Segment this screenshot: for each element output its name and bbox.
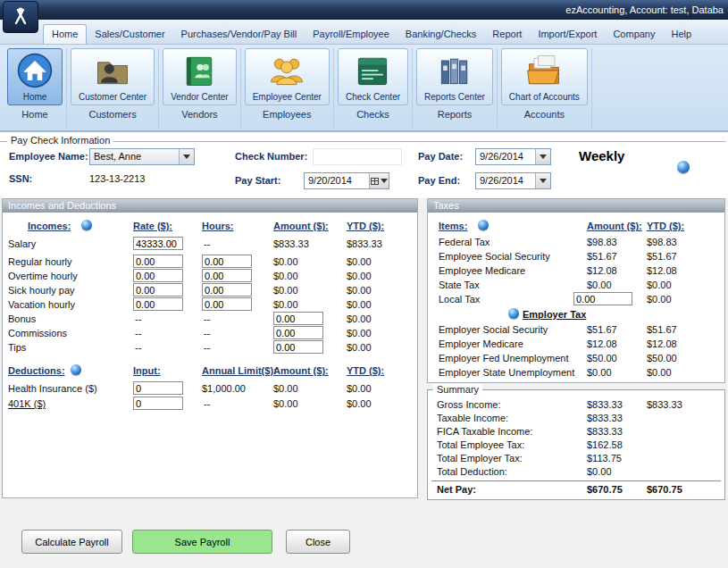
sick-hours-input[interactable]	[202, 283, 252, 297]
net-pay-amount: $670.75	[587, 484, 623, 495]
vendor-center-button-label: Vendor Center	[171, 92, 229, 102]
deduction-amount: $0.00	[273, 398, 298, 409]
employee-name-dropdown-button[interactable]	[179, 149, 194, 164]
vacation-hours-input[interactable]	[202, 297, 252, 311]
toolbar-caption-accounts: Accounts	[524, 109, 565, 120]
income-hours: --	[204, 238, 210, 249]
employee-name-select[interactable]: Best, Anne	[89, 148, 195, 165]
tax-ytd: $0.00	[647, 294, 672, 305]
income-amount: $833.33	[273, 238, 309, 249]
app-logo-button[interactable]	[3, 1, 38, 33]
toolbar-caption-employees: Employees	[263, 109, 311, 120]
income-ytd: $0.00	[347, 328, 372, 338]
401k-input[interactable]	[133, 397, 183, 410]
save-payroll-button[interactable]: Save Payroll	[132, 530, 272, 554]
summary-label: Total Employee Tax:	[437, 439, 524, 450]
sick-rate-input[interactable]	[133, 283, 183, 297]
vacation-rate-input[interactable]	[133, 297, 183, 311]
employee-name-label: Employee Name:	[9, 151, 88, 162]
menu-item-report[interactable]: Report	[484, 25, 530, 44]
commissions-amount-input[interactable]	[273, 326, 323, 339]
income-hours: --	[204, 328, 210, 338]
chart-of-accounts-button[interactable]: Chart of Accounts	[501, 48, 588, 105]
salary-rate-input[interactable]	[133, 237, 183, 250]
tax-ytd-header: YTD ($):	[647, 221, 684, 231]
pay-end-value: 9/26/2014	[476, 173, 535, 188]
tax-ytd: $0.00	[647, 367, 672, 378]
taxes-help-globe-icon[interactable]	[478, 220, 489, 230]
menu-item-payroll-employee[interactable]: Payroll/Employee	[305, 25, 397, 44]
incomes-deductions-panel: Incomes and Deductions Incomes: Rate ($)…	[2, 198, 418, 498]
net-pay-label: Net Pay:	[437, 484, 476, 495]
tips-amount-input[interactable]	[273, 340, 323, 354]
income-ytd: $0.00	[347, 256, 372, 267]
local-tax-input[interactable]	[573, 292, 632, 305]
check-number-input[interactable]	[313, 148, 402, 165]
employer-tax-help-globe-icon[interactable]	[508, 308, 519, 319]
menu-item-sales-customer[interactable]: Sales/Customer	[87, 25, 172, 44]
title-bar: ezAccounting, Account: test, Databa	[0, 0, 728, 20]
tax-ytd: $51.67	[647, 251, 677, 262]
paycheck-help-globe-icon[interactable]	[677, 161, 690, 173]
menu-item-home[interactable]: Home	[43, 24, 87, 44]
menu-item-company[interactable]: Company	[605, 25, 663, 44]
reports-center-button[interactable]: Reports Center	[416, 48, 493, 105]
summary-label: Total Employer Tax:	[437, 453, 523, 464]
check-center-button[interactable]: Check Center	[338, 48, 408, 105]
check-number-label: Check Number:	[235, 151, 307, 162]
chevron-down-icon	[183, 155, 190, 159]
employee-center-button[interactable]: Employee Center	[245, 48, 330, 105]
toolbar-group-customers: Customer Center Customers	[67, 48, 159, 129]
income-hours: --	[204, 313, 210, 324]
check-center-button-label: Check Center	[346, 92, 400, 102]
calendar-icon	[371, 178, 379, 185]
deductions-help-globe-icon[interactable]	[71, 364, 81, 375]
home-button[interactable]: Home	[7, 48, 63, 105]
pay-date-label: Pay Date:	[418, 151, 463, 162]
pay-date-value: 9/26/2014	[476, 149, 535, 164]
close-button[interactable]: Close	[286, 530, 350, 554]
pay-date-dropdown-button[interactable]	[535, 149, 550, 164]
menu-item-import-export[interactable]: Import/Export	[530, 25, 605, 44]
summary-panel: Summary Gross Income: $833.33 $833.33 Ta…	[427, 389, 725, 500]
pay-start-calendar-button[interactable]	[369, 173, 389, 188]
tax-ytd: $0.00	[647, 280, 672, 290]
toolbar-caption-customers: Customers	[88, 109, 136, 120]
overtime-hours-input[interactable]	[202, 269, 252, 282]
income-amount: $0.00	[273, 285, 298, 296]
menu-item-purchases-vendor[interactable]: Purchases/Vendor/Pay Bill	[173, 25, 305, 44]
health-insurance-input[interactable]	[133, 381, 183, 395]
annual-limit-header: Annual Limit($):	[202, 365, 277, 376]
income-label: Commissions	[8, 328, 67, 338]
overtime-rate-input[interactable]	[133, 269, 183, 282]
vendor-center-button[interactable]: Vendor Center	[163, 48, 237, 105]
hours-header: Hours:	[202, 221, 233, 231]
tax-amount: $50.00	[587, 353, 617, 363]
summary-label: FICA Taxable Income:	[437, 426, 532, 437]
app-logo-icon	[10, 5, 31, 29]
menu-item-banking-checks[interactable]: Banking/Checks	[397, 25, 485, 44]
regular-hours-input[interactable]	[202, 255, 252, 268]
toolbar-caption-checks: Checks	[356, 109, 389, 120]
summary-amount: $113.75	[587, 453, 622, 464]
incomes-help-globe-icon[interactable]	[81, 220, 92, 230]
income-rate: --	[135, 328, 141, 338]
tax-ytd: $12.08	[647, 265, 677, 276]
customer-center-button[interactable]: Customer Center	[71, 48, 155, 105]
income-label: Salary	[8, 238, 36, 249]
reports-center-icon	[435, 51, 474, 90]
pay-date-select[interactable]: 9/26/2014	[475, 148, 551, 165]
tax-ytd: $51.67	[647, 324, 677, 335]
paycheck-section-title: Pay Check Information	[7, 135, 113, 146]
income-label: Regular hourly	[8, 256, 72, 267]
pay-end-select[interactable]: 9/26/2014	[475, 172, 551, 189]
regular-rate-input[interactable]	[133, 255, 183, 268]
tax-amount: $0.00	[587, 280, 612, 290]
menu-item-help[interactable]: Help	[663, 25, 699, 44]
customer-center-icon	[93, 51, 132, 90]
income-ytd: $833.33	[347, 238, 382, 249]
calculate-payroll-button[interactable]: Calculate Payroll	[21, 530, 122, 554]
pay-start-datepicker[interactable]: 9/20/2014	[304, 172, 389, 189]
pay-end-dropdown-button[interactable]	[535, 173, 550, 188]
bonus-amount-input[interactable]	[273, 312, 323, 325]
